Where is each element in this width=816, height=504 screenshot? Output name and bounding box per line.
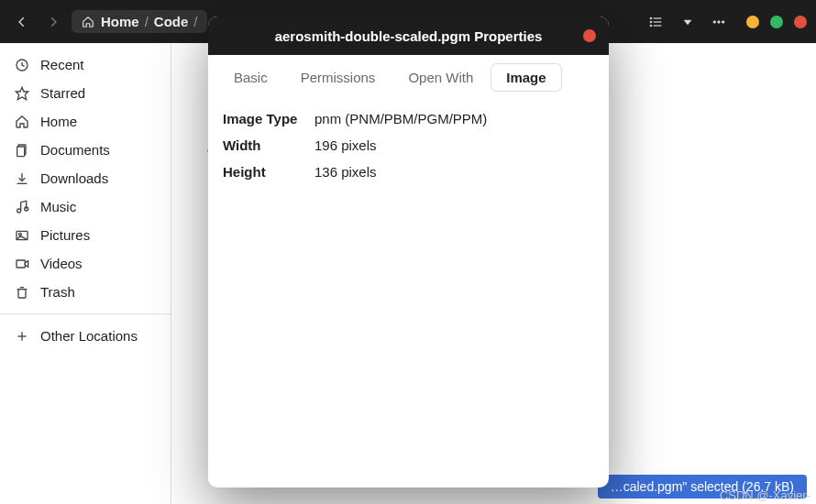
property-key: Width (223, 137, 314, 153)
breadcrumb[interactable]: Home / Code / (72, 10, 207, 33)
svg-point-7 (713, 20, 716, 23)
sidebar-item-label: Downloads (40, 170, 108, 186)
watermark: CSDN @-Xavier- (720, 488, 810, 502)
breadcrumb-sep: / (193, 14, 197, 29)
property-value: 136 pixels (314, 164, 594, 180)
window-maximize-button[interactable] (770, 16, 783, 28)
svg-point-5 (650, 25, 651, 26)
sidebar-separator (0, 313, 171, 314)
svg-point-9 (722, 20, 724, 23)
videos-icon (15, 257, 29, 271)
properties-dialog: aerosmith-double-scaled.pgm Properties B… (208, 16, 609, 488)
breadcrumb-sep: / (145, 14, 149, 29)
plus-icon (15, 329, 29, 344)
property-key: Height (223, 164, 314, 180)
sidebar-item-trash[interactable]: Trash (0, 278, 171, 306)
sidebar-item-recent[interactable]: Recent (0, 50, 171, 79)
sidebar-item-other-locations[interactable]: Other Locations (0, 322, 171, 350)
music-icon (15, 200, 29, 214)
sidebar-item-music[interactable]: Music (0, 192, 171, 221)
nav-back-button[interactable] (9, 9, 35, 35)
window-minimize-button[interactable] (746, 16, 759, 28)
svg-point-4 (650, 21, 651, 22)
home-icon (15, 115, 29, 129)
documents-icon (15, 143, 29, 158)
svg-marker-19 (25, 260, 28, 267)
sidebar-item-label: Home (40, 114, 77, 129)
dialog-tabs: Basic Permissions Open With Image (208, 55, 609, 100)
pictures-icon (15, 228, 29, 243)
tab-image[interactable]: Image (491, 64, 560, 91)
sidebar-item-videos[interactable]: Videos (0, 249, 171, 278)
window-close-button[interactable] (794, 16, 807, 28)
sidebar-item-label: Documents (40, 142, 110, 158)
sidebar-item-home[interactable]: Home (0, 107, 171, 136)
clock-icon (15, 58, 29, 72)
trash-icon (15, 285, 29, 300)
hamburger-menu-button[interactable] (706, 9, 732, 35)
properties-list: Image Type pnm (PNM/PBM/PGM/PPM) Width 1… (208, 100, 609, 200)
sidebar-item-pictures[interactable]: Pictures (0, 221, 171, 249)
dialog-close-button[interactable] (583, 29, 596, 42)
svg-marker-6 (684, 20, 691, 25)
star-icon (15, 86, 29, 101)
sidebar-item-label: Recent (40, 57, 84, 72)
dialog-title: aerosmith-double-scaled.pgm Properties (275, 28, 543, 44)
sidebar: Recent Starred Home Documents Downloads … (0, 43, 171, 504)
sidebar-item-downloads[interactable]: Downloads (0, 164, 171, 192)
svg-point-17 (19, 233, 22, 236)
sidebar-item-documents[interactable]: Documents (0, 136, 171, 164)
property-row: Width 196 pixels (223, 132, 594, 159)
view-dropdown-button[interactable] (675, 9, 700, 35)
svg-point-3 (650, 17, 651, 18)
property-value: 196 pixels (314, 137, 594, 153)
breadcrumb-seg[interactable]: Code (154, 14, 189, 29)
sidebar-item-label: Starred (40, 85, 85, 101)
property-value: pnm (PNM/PBM/PGM/PPM) (314, 111, 594, 126)
property-key: Image Type (223, 111, 314, 126)
sidebar-item-starred[interactable]: Starred (0, 79, 171, 107)
view-list-button[interactable] (644, 9, 669, 35)
downloads-icon (15, 171, 29, 186)
breadcrumb-seg[interactable]: Home (101, 14, 139, 29)
svg-rect-18 (17, 260, 25, 268)
sidebar-item-label: Other Locations (40, 328, 138, 344)
svg-marker-11 (16, 87, 28, 99)
sidebar-item-label: Videos (40, 256, 83, 271)
dialog-titlebar: aerosmith-double-scaled.pgm Properties (208, 16, 609, 55)
tab-permissions[interactable]: Permissions (286, 64, 391, 91)
window-controls (746, 16, 807, 28)
property-row: Image Type pnm (PNM/PBM/PGM/PPM) (223, 105, 594, 132)
sidebar-item-label: Trash (40, 284, 75, 300)
tab-open-with[interactable]: Open With (393, 64, 488, 91)
svg-rect-13 (17, 147, 25, 157)
sidebar-item-label: Pictures (40, 227, 90, 243)
svg-point-8 (718, 20, 721, 23)
sidebar-item-label: Music (40, 199, 76, 214)
tab-basic[interactable]: Basic (219, 64, 282, 91)
property-row: Height 136 pixels (223, 159, 594, 185)
nav-forward-button[interactable] (40, 9, 66, 35)
home-icon (81, 15, 95, 29)
